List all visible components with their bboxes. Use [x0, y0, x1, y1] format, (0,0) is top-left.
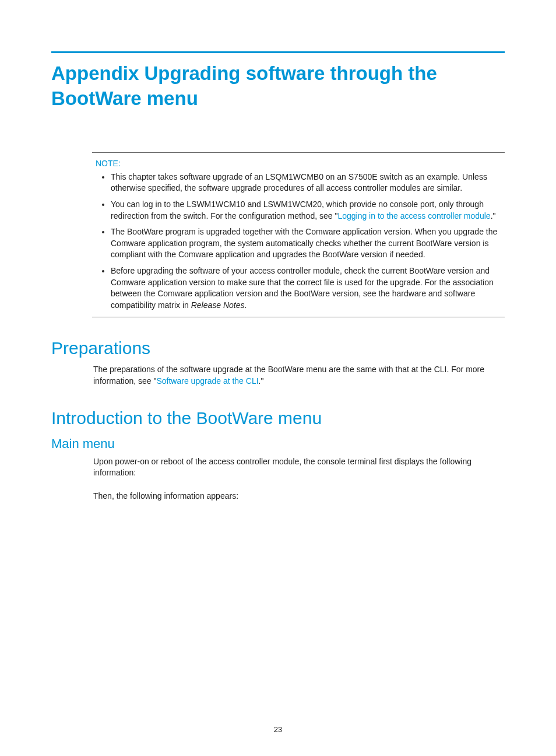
note-item: The BootWare program is upgraded togethe… [111, 226, 501, 261]
cross-ref-link[interactable]: Logging in to the access controller modu… [337, 211, 490, 220]
cross-ref-link[interactable]: Software upgrade at the CLI [156, 376, 258, 386]
note-label: NOTE: [96, 159, 501, 168]
page-number: 23 [0, 725, 556, 734]
section-preparations: Preparations [51, 338, 505, 358]
note-box: NOTE: This chapter takes software upgrad… [92, 152, 505, 318]
body-paragraph: Then, the following information appears: [93, 491, 505, 502]
note-text: The BootWare program is upgraded togethe… [111, 227, 497, 259]
section-introduction: Introduction to the BootWare menu [51, 408, 505, 428]
body-paragraph: The preparations of the software upgrade… [93, 364, 505, 387]
release-notes-ref: Release Notes [191, 300, 245, 310]
note-list: This chapter takes software upgrade of a… [96, 172, 501, 312]
body-text: ." [259, 376, 264, 386]
note-text: This chapter takes software upgrade of a… [111, 172, 487, 193]
note-text: . [245, 300, 247, 310]
note-text: ." [491, 211, 496, 220]
note-item: This chapter takes software upgrade of a… [111, 172, 501, 194]
body-text: The preparations of the software upgrade… [93, 365, 484, 386]
note-text: Before upgrading the software of your ac… [111, 266, 494, 310]
body-paragraph: Upon power-on or reboot of the access co… [93, 456, 505, 479]
note-item: Before upgrading the software of your ac… [111, 265, 501, 311]
subsection-main-menu: Main menu [51, 436, 505, 452]
top-rule [51, 51, 505, 53]
page: Appendix Upgrading software through the … [0, 0, 556, 756]
appendix-title: Appendix Upgrading software through the … [51, 61, 505, 111]
note-item: You can log in to the LSWM1WCM10 and LSW… [111, 199, 501, 222]
